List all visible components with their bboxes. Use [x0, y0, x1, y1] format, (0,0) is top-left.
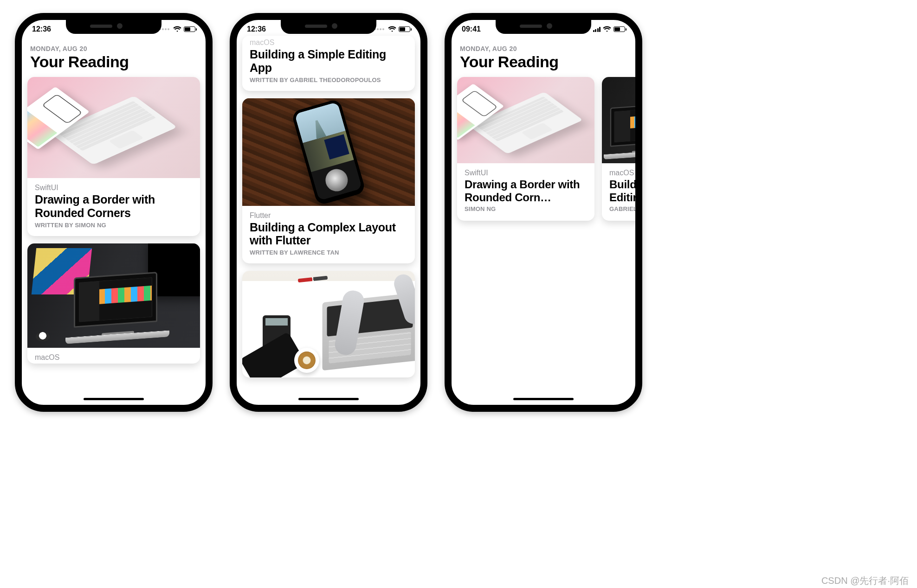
wifi-icon	[173, 26, 181, 32]
phone-2: 12:36 macOS Building a Simple Editing Ap…	[230, 13, 427, 412]
card-category: Flutter	[250, 211, 407, 220]
header-title: Your Reading	[452, 52, 635, 77]
card-category: macOS	[250, 38, 407, 47]
notch	[66, 19, 161, 34]
status-time: 12:36	[32, 25, 51, 33]
card-image	[602, 77, 635, 163]
card-author: SIMON NG	[465, 205, 587, 212]
notch	[496, 19, 591, 34]
status-right	[159, 26, 195, 32]
card-author: WRITTEN BY SIMON NG	[35, 222, 193, 229]
status-time: 09:41	[462, 25, 481, 33]
article-card[interactable]: macOS Building a Simple Editing App GABR…	[602, 77, 635, 221]
article-card[interactable]: Flutter Building a Complex Layout with F…	[242, 98, 415, 264]
header-date: MONDAY, AUG 20	[22, 45, 206, 52]
card-category: macOS	[35, 353, 193, 362]
card-image	[27, 243, 200, 348]
card-title: Building a Complex Layout with Flutter	[250, 221, 407, 248]
article-card[interactable]: macOS Building a Simple Editing App WRIT…	[242, 36, 415, 91]
card-author: GABRIEL THEODOROPOULOS	[609, 205, 635, 212]
article-card[interactable]	[242, 271, 415, 377]
card-category: SwiftUI	[465, 169, 587, 177]
article-card[interactable]: macOS	[27, 243, 200, 364]
card-image	[242, 98, 415, 206]
card-title: Drawing a Border with Rounded Corn…	[465, 178, 587, 204]
article-card[interactable]: SwiftUI Drawing a Border with Rounded Co…	[27, 77, 200, 236]
header-date: MONDAY, AUG 20	[452, 45, 635, 52]
card-title: Drawing a Border with Rounded Corners	[35, 193, 193, 220]
card-image	[457, 77, 594, 163]
header-title: Your Reading	[22, 52, 206, 77]
status-right	[374, 26, 410, 32]
card-image	[27, 77, 200, 178]
cellular-dots-icon	[159, 28, 169, 30]
card-category: macOS	[609, 169, 635, 177]
cellular-dots-icon	[374, 28, 384, 30]
phone-3: 09:41 MONDAY, AUG 20 Your Reading Swi	[445, 13, 642, 412]
battery-icon	[399, 26, 410, 32]
screen[interactable]: macOS Building a Simple Editing App WRIT…	[237, 20, 420, 405]
status-time: 12:36	[247, 25, 266, 33]
notch	[281, 19, 376, 34]
watermark: CSDN @先行者·阿佰	[821, 575, 909, 587]
card-image	[242, 271, 415, 377]
cellular-signal-icon	[593, 27, 601, 32]
wifi-icon	[603, 26, 611, 32]
card-author: WRITTEN BY LAWRENCE TAN	[250, 249, 407, 256]
horizontal-card-strip[interactable]: SwiftUI Drawing a Border with Rounded Co…	[452, 77, 635, 221]
screen[interactable]: MONDAY, AUG 20 Your Reading SwiftUI Draw…	[22, 20, 206, 405]
status-right	[593, 26, 626, 32]
card-title: Building a Simple Editing App	[250, 48, 407, 75]
card-title: Building a Simple Editing App	[609, 178, 635, 204]
stage: 12:36 MONDAY, AUG 20 Your Reading SwiftU…	[0, 0, 917, 588]
card-category: SwiftUI	[35, 184, 193, 192]
wifi-icon	[388, 26, 396, 32]
phone-1: 12:36 MONDAY, AUG 20 Your Reading SwiftU…	[15, 13, 213, 412]
battery-icon	[613, 26, 625, 32]
article-card[interactable]: SwiftUI Drawing a Border with Rounded Co…	[457, 77, 594, 221]
screen[interactable]: MONDAY, AUG 20 Your Reading SwiftUI Draw…	[452, 20, 635, 405]
battery-icon	[184, 26, 195, 32]
card-author: WRITTEN BY GABRIEL THEODOROPOULOS	[250, 77, 407, 83]
